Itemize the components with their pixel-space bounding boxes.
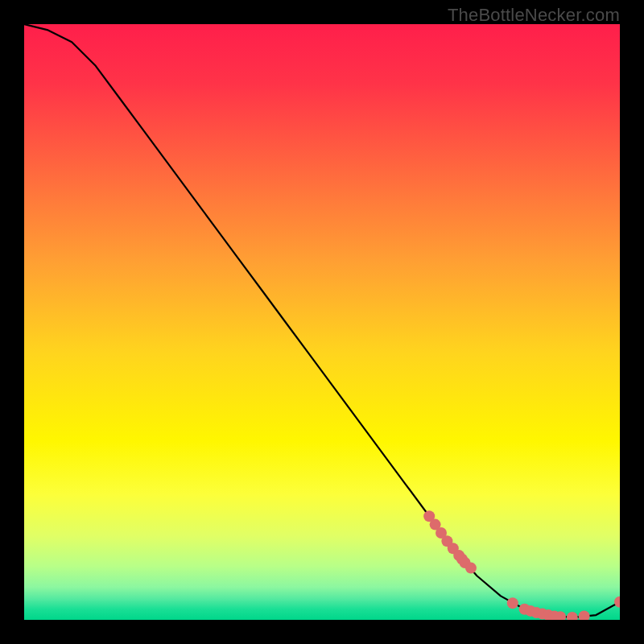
highlight-dot <box>465 563 477 574</box>
chart-area <box>24 24 620 620</box>
highlight-dot <box>579 611 590 620</box>
highlight-dot <box>507 597 518 609</box>
chart-curve-layer <box>24 24 620 620</box>
attribution-text: TheBottleNecker.com <box>448 5 620 26</box>
highlight-dot <box>614 597 620 608</box>
highlight-dots <box>423 510 620 620</box>
bottleneck-curve <box>24 24 620 617</box>
chart-stage: TheBottleNecker.com <box>0 0 644 644</box>
highlight-dot <box>567 612 578 620</box>
